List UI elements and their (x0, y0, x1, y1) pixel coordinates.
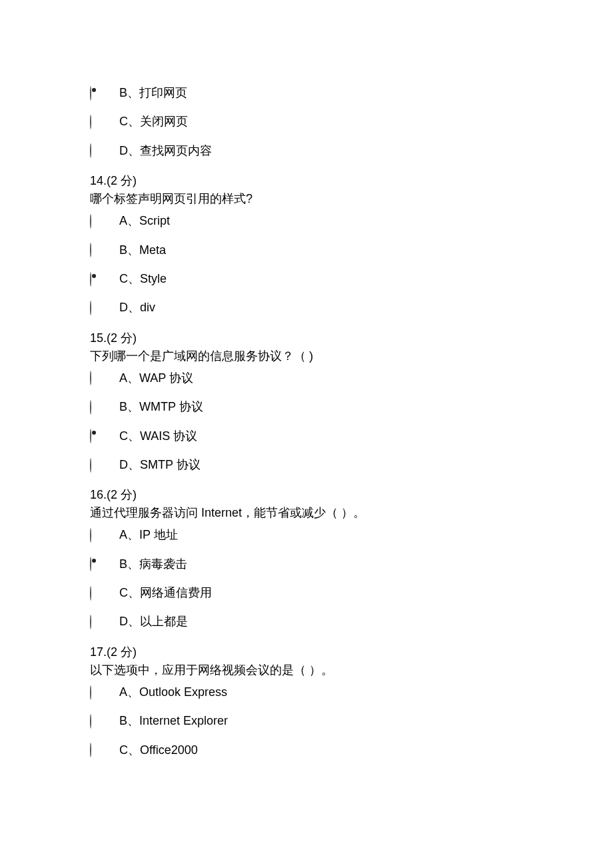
question-stem: 通过代理服务器访问 Internet，能节省或减少（ ）。 (90, 504, 523, 522)
option-label: D、div (119, 300, 155, 315)
question-stem: 哪个标签声明网页引用的样式? (90, 190, 523, 208)
q13-option-b[interactable]: B、打印网页 (90, 85, 523, 101)
radio-icon (90, 458, 101, 469)
q13-option-d[interactable]: D、查找网页内容 (90, 143, 523, 159)
radio-icon (90, 115, 101, 125)
q17-option-c[interactable]: C、Office2000 (90, 743, 523, 758)
q15-header: 15.(2 分) 下列哪一个是广域网的信息服务协议？（ ) (90, 329, 523, 365)
radio-icon (90, 272, 101, 283)
radio-icon (90, 714, 101, 725)
q15-option-c[interactable]: C、WAIS 协议 (90, 429, 523, 444)
q17-option-a[interactable]: A、Outlook Express (90, 685, 523, 700)
option-label: B、打印网页 (119, 85, 187, 101)
q14-option-d[interactable]: D、div (90, 300, 523, 315)
radio-icon (90, 586, 101, 597)
option-label: D、查找网页内容 (119, 143, 212, 159)
q17-option-b[interactable]: B、Internet Explorer (90, 713, 523, 729)
option-label: C、网络通信费用 (119, 585, 212, 601)
question-stem: 以下选项中，应用于网络视频会议的是（ ）。 (90, 661, 523, 679)
option-label: C、WAIS 协议 (119, 429, 197, 444)
radio-icon (90, 743, 101, 753)
question-number-points: 16.(2 分) (90, 486, 523, 504)
question-number-points: 15.(2 分) (90, 329, 523, 347)
option-label: B、Internet Explorer (119, 713, 228, 729)
q16-option-a[interactable]: A、IP 地址 (90, 527, 523, 543)
radio-icon (90, 86, 101, 97)
question-number-points: 17.(2 分) (90, 643, 523, 661)
radio-icon (90, 528, 101, 539)
radio-icon (90, 143, 101, 154)
q17-header: 17.(2 分) 以下选项中，应用于网络视频会议的是（ ）。 (90, 643, 523, 679)
question-number-points: 14.(2 分) (90, 172, 523, 190)
radio-icon (90, 301, 101, 311)
question-stem: 下列哪一个是广域网的信息服务协议？（ ) (90, 347, 523, 365)
radio-icon (90, 400, 101, 411)
radio-icon (90, 429, 101, 439)
q14-option-b[interactable]: B、Meta (90, 243, 523, 258)
q14-header: 14.(2 分) 哪个标签声明网页引用的样式? (90, 172, 523, 208)
radio-icon (90, 685, 101, 696)
q16-header: 16.(2 分) 通过代理服务器访问 Internet，能节省或减少（ ）。 (90, 486, 523, 522)
radio-icon (90, 557, 101, 567)
option-label: C、关闭网页 (119, 114, 188, 129)
option-label: C、Style (119, 271, 167, 287)
q16-option-d[interactable]: D、以上都是 (90, 614, 523, 629)
radio-icon (90, 371, 101, 381)
q16-option-c[interactable]: C、网络通信费用 (90, 585, 523, 601)
q14-option-c[interactable]: C、Style (90, 271, 523, 287)
option-label: C、Office2000 (119, 743, 198, 758)
option-label: A、IP 地址 (119, 527, 178, 543)
q15-option-a[interactable]: A、WAP 协议 (90, 371, 523, 386)
option-label: B、病毒袭击 (119, 557, 187, 572)
option-label: A、WAP 协议 (119, 371, 193, 386)
q13-option-c[interactable]: C、关闭网页 (90, 114, 523, 129)
radio-icon (90, 214, 101, 225)
option-label: A、Outlook Express (119, 685, 227, 700)
option-label: D、SMTP 协议 (119, 457, 201, 473)
radio-icon (90, 243, 101, 253)
q16-option-b[interactable]: B、病毒袭击 (90, 557, 523, 572)
option-label: B、WMTP 协议 (119, 399, 203, 415)
radio-icon (90, 615, 101, 625)
option-label: A、Script (119, 213, 170, 229)
option-label: D、以上都是 (119, 614, 188, 629)
option-label: B、Meta (119, 243, 166, 258)
q15-option-d[interactable]: D、SMTP 协议 (90, 457, 523, 473)
q14-option-a[interactable]: A、Script (90, 213, 523, 229)
q15-option-b[interactable]: B、WMTP 协议 (90, 399, 523, 415)
